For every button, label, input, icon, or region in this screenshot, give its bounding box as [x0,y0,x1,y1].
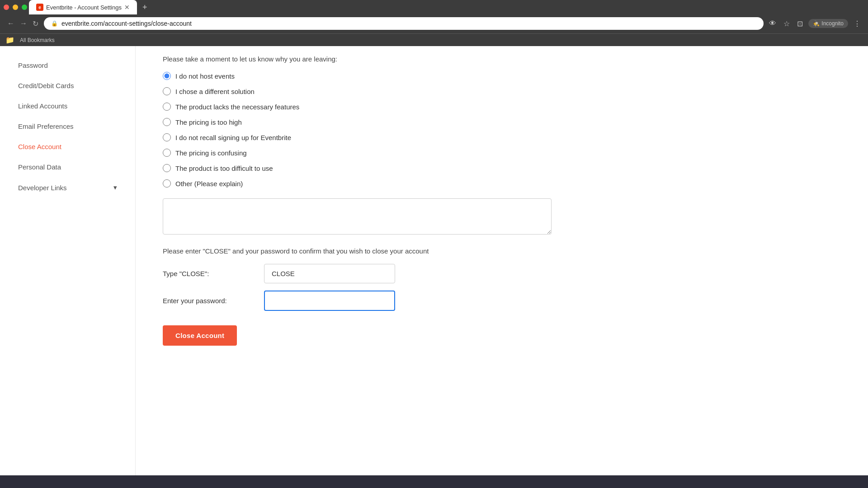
radio-input-3[interactable] [163,103,171,111]
window-close-button[interactable] [4,5,9,10]
radio-label-1: I do not host events [175,72,235,80]
back-button[interactable]: ← [5,18,16,30]
radio-label-7: The product is too difficult to use [175,164,273,172]
radio-label-6: The pricing is confusing [175,149,247,157]
radio-option-6[interactable]: The pricing is confusing [163,149,552,157]
bookmarks-folder-icon: 📁 [5,36,14,44]
sidebar-toggle-icon[interactable]: ⊡ [795,18,805,30]
close-input[interactable] [264,264,395,283]
radio-option-3[interactable]: The product lacks the necessary features [163,103,552,111]
reload-button[interactable]: ↻ [31,18,40,30]
sidebar: Password Credit/Debit Cards Linked Accou… [0,46,136,475]
chevron-down-icon: ▾ [113,183,117,192]
sidebar-item-password[interactable]: Password [0,55,135,75]
footer: About · Blog · Help · Careers · Press · … [0,475,868,488]
radio-label-3: The product lacks the necessary features [175,103,299,111]
radio-option-1[interactable]: I do not host events [163,72,552,80]
radio-input-2[interactable] [163,87,171,95]
sidebar-item-linked-accounts[interactable]: Linked Accounts [0,96,135,116]
sidebar-item-credit-cards[interactable]: Credit/Debit Cards [0,75,135,96]
tab-close-button[interactable]: ✕ [124,4,130,11]
toolbar-icons: 👁 ☆ ⊡ 🕵 Incognito ⋮ [767,18,863,30]
password-input-row: Enter your password: [163,291,552,311]
password-label: Enter your password: [163,297,253,305]
nav-buttons: ← → ↻ [5,18,40,30]
radio-label-8: Other (Please explain) [175,180,243,188]
incognito-icon: 🕵 [813,20,820,27]
radio-input-4[interactable] [163,118,171,126]
window-minimize-button[interactable] [13,5,18,10]
sidebar-item-close-account[interactable]: Close Account [0,136,135,157]
section-prompt: Please take a moment to let us know why … [163,55,552,63]
sidebar-item-personal-data[interactable]: Personal Data [0,157,135,177]
confirm-section: Please enter "CLOSE" and your password t… [163,247,552,311]
incognito-label: Incognito [821,20,844,27]
radio-input-5[interactable] [163,133,171,141]
sidebar-item-email-preferences[interactable]: Email Preferences [0,116,135,136]
radio-input-8[interactable] [163,179,171,188]
radio-option-7[interactable]: The product is too difficult to use [163,164,552,172]
radio-input-1[interactable] [163,72,171,80]
all-bookmarks-link[interactable]: All Bookmarks [20,37,55,43]
window-maximize-button[interactable] [22,5,27,10]
radio-group: I do not host events I chose a different… [163,72,552,188]
radio-option-8[interactable]: Other (Please explain) [163,179,552,188]
close-label: Type "CLOSE": [163,270,253,277]
address-bar[interactable]: 🔒 eventbrite.com/account-settings/close-… [44,17,764,30]
tab-favicon: e [36,4,43,11]
lock-icon: 🔒 [51,20,58,27]
radio-option-5[interactable]: I do not recall signing up for Eventbrit… [163,133,552,141]
radio-option-2[interactable]: I chose a different solution [163,87,552,95]
radio-input-7[interactable] [163,164,171,172]
radio-label-5: I do not recall signing up for Eventbrit… [175,134,291,141]
window-controls [4,5,27,10]
confirm-prompt: Please enter "CLOSE" and your password t… [163,247,552,255]
sidebar-item-developer-links[interactable]: Developer Links ▾ [0,177,135,198]
more-menu-button[interactable]: ⋮ [852,18,863,30]
url-text: eventbrite.com/account-settings/close-ac… [61,20,756,27]
incognito-badge: 🕵 Incognito [808,19,848,28]
forward-button[interactable]: → [18,18,29,30]
bookmarks-bar: 📁 All Bookmarks [0,33,868,46]
tab-bar: e Eventbrite - Account Settings ✕ + [0,0,868,14]
radio-label-4: The pricing is too high [175,118,242,126]
camera-icon[interactable]: 👁 [767,18,778,29]
new-tab-button[interactable]: + [139,1,151,14]
radio-label-2: I chose a different solution [175,88,255,95]
browser-chrome: e Eventbrite - Account Settings ✕ + ← → … [0,0,868,46]
bookmark-star-icon[interactable]: ☆ [782,18,792,30]
main-content: Please take a moment to let us know why … [136,46,588,475]
close-input-row: Type "CLOSE": [163,264,552,283]
explanation-textarea[interactable] [163,198,552,235]
tab-title: Eventbrite - Account Settings [46,4,122,11]
password-input[interactable] [264,291,395,311]
radio-option-4[interactable]: The pricing is too high [163,118,552,126]
page-content: Password Credit/Debit Cards Linked Accou… [0,46,868,475]
address-bar-row: ← → ↻ 🔒 eventbrite.com/account-settings/… [0,14,868,33]
close-account-button[interactable]: Close Account [163,325,237,346]
radio-input-6[interactable] [163,149,171,157]
active-tab[interactable]: e Eventbrite - Account Settings ✕ [29,0,137,14]
